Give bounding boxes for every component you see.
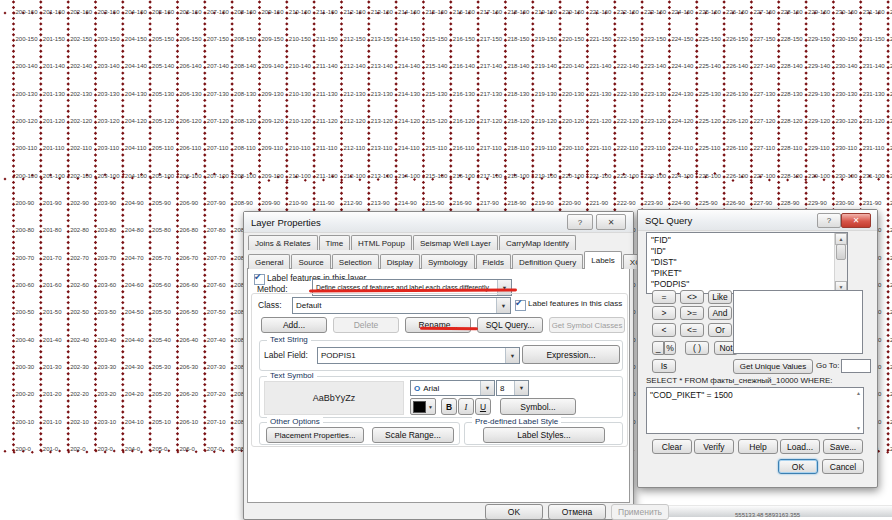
is-button[interactable]: Is (652, 359, 676, 373)
or-operator-button[interactable]: Or (708, 323, 732, 337)
wildcard-underscore-button[interactable]: _ (652, 341, 664, 355)
map-point-label: 230-120 (835, 118, 858, 124)
map-point-label: 217-130 (480, 91, 503, 97)
map-point-label: 208-100 (234, 173, 257, 179)
map-point-label: 214-140 (398, 63, 421, 69)
map-point-label: 208-140 (234, 63, 257, 69)
cancel-button[interactable]: Отмена (548, 504, 606, 520)
sql-field-item[interactable]: "ID" (647, 246, 847, 257)
gt-operator-button[interactable]: > (652, 306, 676, 320)
cancel-button[interactable]: Cancel (822, 459, 864, 474)
map-point-label: 230-100 (835, 173, 858, 179)
font-dropdown[interactable]: O Arial ▼ (410, 380, 495, 396)
parentheses-button[interactable]: ( ) (685, 341, 709, 355)
save-button[interactable]: Save... (823, 439, 863, 454)
label-features-class-checkbox[interactable] (515, 300, 526, 311)
map-point-label: 204-30 (125, 364, 144, 370)
map-point-label: 210-130 (289, 91, 312, 97)
ok-button[interactable]: OK (778, 459, 818, 474)
ltgt-operator-button[interactable]: <> (680, 290, 704, 304)
like-operator-button[interactable]: Like (708, 290, 732, 304)
tab-time[interactable]: Time (319, 235, 350, 250)
symbol-button[interactable]: Symbol... (500, 398, 576, 415)
map-point-label: 231-110 (863, 145, 885, 151)
map-point-label: 203-90 (98, 200, 117, 206)
map-point-label: 203-70 (98, 255, 117, 261)
help-window-button[interactable]: ? (567, 214, 593, 230)
help-button[interactable]: Help (738, 439, 778, 454)
wildcard-percent-button[interactable]: % (664, 341, 676, 355)
sql-field-item[interactable]: "PODPIS" (647, 279, 847, 290)
rename-button[interactable]: Rename... (405, 317, 471, 333)
eq-operator-button[interactable]: = (652, 290, 676, 304)
underline-button[interactable]: U (475, 398, 491, 415)
tab-seismap-well-layer[interactable]: Seismap Well Layer (413, 235, 498, 250)
map-point-label: 207-20 (207, 391, 226, 397)
map-point-label: 217-110 (480, 145, 502, 151)
tab-source[interactable]: Source (291, 254, 330, 269)
chevron-down-icon[interactable]: ▼ (505, 348, 519, 363)
sql-query-button[interactable]: SQL Query... (477, 317, 543, 333)
lteq-operator-button[interactable]: <= (680, 323, 704, 337)
tab-definition-query[interactable]: Definition Query (512, 254, 583, 269)
lt-operator-button[interactable]: < (652, 323, 676, 337)
map-point-label: 230-110 (835, 145, 857, 151)
map-point-label: 200-70 (16, 255, 35, 261)
chevron-down-icon[interactable]: ▼ (496, 298, 510, 313)
get-unique-values-button[interactable]: Get Unique Values (733, 359, 813, 374)
tab-carrymap-identify[interactable]: CarryMap Identify (499, 235, 576, 250)
map-point-label: 224-130 (671, 91, 694, 97)
status-coordinates: 555133.48 5893163.355 (735, 512, 800, 518)
class-dropdown[interactable]: Default ▼ (292, 297, 511, 314)
map-point-label: 216-90 (453, 200, 472, 206)
map-point-label: 228-130 (781, 91, 804, 97)
help-window-button[interactable]: ? (817, 213, 841, 228)
verify-button[interactable]: Verify (694, 439, 734, 454)
tab-fields[interactable]: Fields (476, 254, 511, 269)
ok-button[interactable]: OK (485, 504, 543, 520)
map-point-label: 201-40 (43, 337, 62, 343)
font-color-picker[interactable]: ▼ (410, 398, 436, 415)
chevron-down-icon[interactable]: ▼ (480, 381, 494, 395)
map-point-label: 203-20 (98, 391, 117, 397)
scale-range-button[interactable]: Scale Range... (372, 427, 454, 443)
map-point-label: 218-100 (507, 173, 530, 179)
go-to-input[interactable] (841, 359, 871, 373)
map-point-label: 200-40 (16, 337, 35, 343)
bold-button[interactable]: B (441, 398, 457, 415)
tab-display[interactable]: Display (380, 254, 420, 269)
chevron-down-icon: ▼ (428, 404, 433, 410)
label-styles-button[interactable]: Label Styles... (483, 427, 605, 443)
sql-field-item[interactable]: "FID" (647, 235, 847, 246)
close-window-button[interactable]: ✕ (841, 213, 871, 228)
tab-selection[interactable]: Selection (332, 254, 379, 269)
gteq-operator-button[interactable]: >= (680, 306, 704, 320)
map-point-label: 229-160 (808, 9, 831, 15)
placement-properties-button[interactable]: Placement Properties... (266, 427, 364, 443)
label-field-dropdown[interactable]: PODPIS1 ▼ (317, 347, 520, 364)
add-button[interactable]: Add... (261, 317, 327, 333)
tab-general[interactable]: General (248, 254, 290, 269)
tab-symbology[interactable]: Symbology (421, 254, 475, 269)
tab-html-popup[interactable]: HTML Popup (351, 235, 412, 250)
scroll-down-icon[interactable]: ▼ (856, 425, 861, 431)
map-point-label: 229-140 (808, 63, 831, 69)
font-size-dropdown[interactable]: 8 ▼ (496, 380, 529, 396)
scroll-up-icon[interactable]: ▲ (856, 390, 861, 396)
and-operator-button[interactable]: And (708, 306, 732, 320)
expression-button[interactable]: Expression... (522, 345, 620, 364)
close-window-button[interactable]: ✕ (596, 214, 626, 230)
map-point-label: 202-100 (70, 173, 93, 179)
sql-field-item[interactable]: "PIKET" (647, 268, 847, 279)
chevron-down-icon[interactable]: ▼ (514, 381, 528, 395)
italic-button[interactable]: I (458, 398, 474, 415)
clear-button[interactable]: Clear (652, 439, 692, 454)
tab-labels[interactable]: Labels (584, 251, 622, 269)
tab-joins-relates[interactable]: Joins & Relates (248, 235, 318, 250)
where-clause-input[interactable]: "COD_PIKET" = 1500 ▲ ▼ (646, 387, 864, 434)
map-point-label: 224-140 (671, 63, 694, 69)
fields-scrollbar[interactable]: ▲ ▼ (834, 233, 847, 293)
sql-field-item[interactable]: "DIST" (647, 257, 847, 268)
map-point-label: 215-110 (425, 145, 447, 151)
load-button[interactable]: Load... (780, 439, 820, 454)
